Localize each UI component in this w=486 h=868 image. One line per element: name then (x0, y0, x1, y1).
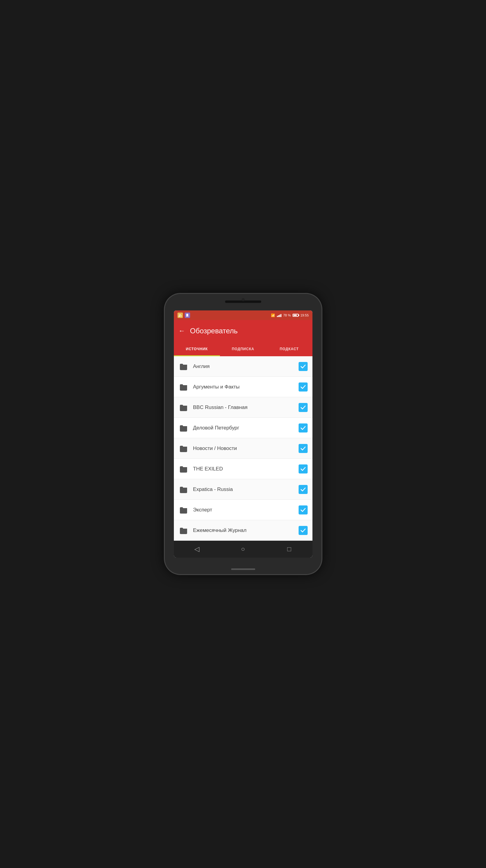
source-folder-icon (179, 526, 188, 535)
list-item[interactable]: Новости / Новости (174, 438, 313, 459)
source-label: Эксперт (193, 507, 299, 513)
wifi-icon: 📶 (271, 313, 275, 317)
battery-icon (293, 314, 299, 317)
source-folder-icon (179, 403, 188, 412)
source-checkbox[interactable] (299, 403, 307, 412)
source-checkbox[interactable] (299, 424, 307, 433)
list-item[interactable]: Деловой Петербург (174, 418, 313, 438)
source-checkbox[interactable] (299, 485, 307, 494)
nav-back-button[interactable]: ◁ (191, 543, 203, 555)
list-item[interactable]: Англия (174, 356, 313, 377)
phone-device: 📶 78 % 19:55 ← Обозреватель (165, 294, 322, 574)
signal-percent: 78 % (283, 313, 291, 317)
source-folder-icon (179, 423, 188, 433)
source-label: BBC Russian - Главная (193, 404, 299, 410)
signal-bar-1 (277, 316, 278, 317)
source-label: THE EXILED (193, 466, 299, 472)
source-folder-icon (179, 485, 188, 494)
source-label: Деловой Петербург (193, 425, 299, 431)
source-folder-icon (179, 444, 188, 453)
list-item[interactable]: Аргументы и Факты (174, 377, 313, 397)
source-label: Ежемесячный Журнал (193, 527, 299, 533)
signal-bars (277, 313, 282, 317)
tab-source[interactable]: ИСТОЧНИК (174, 342, 220, 356)
source-checkbox[interactable] (299, 444, 307, 453)
status-time: 19:55 (300, 313, 309, 317)
signal-bar-2 (278, 315, 279, 317)
nav-recent-button[interactable]: □ (283, 543, 295, 555)
source-label: Аргументы и Факты (193, 384, 299, 390)
bookmark-status-icon (185, 313, 190, 318)
list-item[interactable]: Ежемесячный Журнал (174, 520, 313, 541)
source-checkbox[interactable] (299, 505, 307, 515)
source-checkbox[interactable] (299, 526, 307, 535)
page-title: Обозреватель (190, 327, 238, 335)
tab-podcast[interactable]: ПОДКАСТ (266, 342, 312, 356)
nav-home-button[interactable]: ○ (237, 543, 249, 555)
source-label: Англия (193, 364, 299, 370)
status-left-icons (177, 313, 190, 318)
status-right-info: 📶 78 % 19:55 (271, 313, 309, 317)
list-item[interactable]: Expatica - Russia (174, 479, 313, 500)
source-folder-icon (179, 505, 188, 515)
list-item[interactable]: BBC Russian - Главная (174, 397, 313, 418)
phone-screen: 📶 78 % 19:55 ← Обозреватель (174, 310, 313, 558)
source-folder-icon (179, 362, 188, 371)
source-label: Новости / Новости (193, 445, 299, 452)
signal-bar-4 (281, 314, 282, 317)
list-item[interactable]: Эксперт (174, 500, 313, 520)
tab-subscription[interactable]: ПОДПИСКА (220, 342, 266, 356)
source-checkbox[interactable] (299, 382, 307, 392)
source-label: Expatica - Russia (193, 487, 299, 493)
sources-list: Англия Аргументы и Факты (174, 356, 313, 541)
source-folder-icon (179, 464, 188, 474)
rss-status-icon (177, 313, 183, 318)
status-bar: 📶 78 % 19:55 (174, 310, 313, 320)
phone-home-indicator (231, 568, 255, 570)
source-checkbox[interactable] (299, 362, 307, 371)
signal-bar-3 (279, 315, 280, 317)
source-checkbox[interactable] (299, 464, 307, 473)
tabs-bar: ИСТОЧНИК ПОДПИСКА ПОДКАСТ (174, 342, 313, 356)
svg-point-0 (179, 316, 180, 317)
source-folder-icon (179, 382, 188, 392)
app-bar: ← Обозреватель (174, 320, 313, 342)
back-button[interactable]: ← (179, 327, 185, 335)
nav-bar: ◁ ○ □ (174, 541, 313, 558)
list-item[interactable]: THE EXILED (174, 459, 313, 479)
